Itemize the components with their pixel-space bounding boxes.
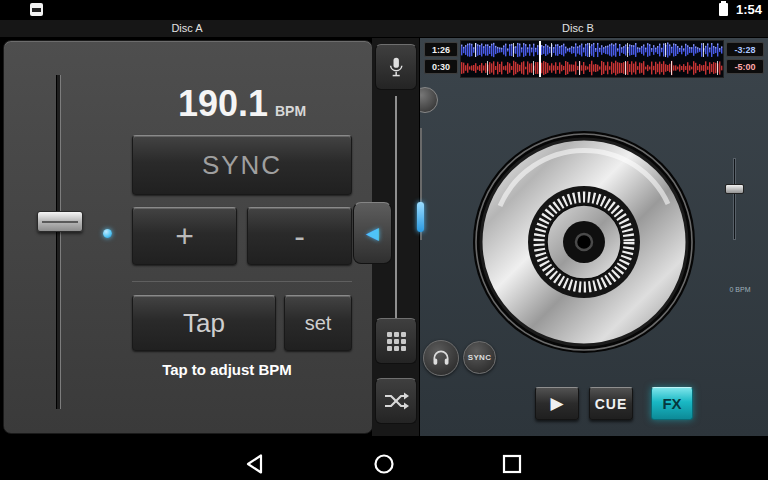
home-button[interactable] [372, 452, 396, 476]
waveform-canvas [461, 41, 723, 77]
status-clock: 1:54 [736, 2, 762, 17]
microphone-icon [386, 54, 406, 80]
status-bar: 1:54 [0, 0, 768, 20]
bpm-value: 190.1 [178, 83, 268, 125]
set-bpm-button[interactable]: set [284, 295, 352, 351]
cue-button[interactable]: CUE [589, 387, 633, 420]
shuffle-icon [383, 389, 409, 413]
panel-collapse-tab[interactable]: ◀ [353, 202, 392, 264]
grid-icon [387, 332, 406, 351]
deck-header: Disc A Disc B [0, 20, 768, 38]
headphone-icon [431, 348, 451, 368]
deck-b-elapsed-time-top: 1:26 [424, 42, 458, 57]
tap-bpm-button[interactable]: Tap [132, 295, 276, 351]
tap-hint-label: Tap to adjust BPM [102, 361, 352, 378]
deck-b-remaining-time-top: -3:28 [726, 42, 764, 57]
play-button[interactable]: ▶ [535, 387, 579, 420]
beat-indicator-led [103, 229, 112, 238]
android-nav-bar [0, 448, 768, 480]
disc-b-label: Disc B [508, 22, 648, 34]
deck-b-sync-button[interactable]: SYNC [463, 341, 496, 374]
deck-b-remaining-time-bottom: -5:00 [726, 59, 764, 74]
deck-b-elapsed-time-bottom: 0:30 [424, 59, 458, 74]
bpm-decrease-button[interactable]: - [247, 207, 352, 265]
headphone-monitor-button[interactable] [423, 340, 459, 376]
microphone-button[interactable] [375, 44, 417, 90]
shuffle-button[interactable] [375, 378, 417, 424]
pad-grid-button[interactable] [375, 318, 417, 364]
waveform-display[interactable] [460, 40, 724, 78]
notification-icon [30, 3, 43, 16]
strip-divider-line [395, 96, 397, 318]
dj-app-screen: 1:54 Disc A Disc B 1:26 0:30 -3:28 -5:00 [0, 0, 768, 480]
deck-b-pitch-handle[interactable] [725, 184, 744, 194]
jog-wheel[interactable] [472, 130, 696, 354]
deck-a-pitch-slider[interactable] [56, 75, 61, 409]
deck-b-pitch-slider[interactable] [733, 158, 736, 240]
deck-a-bpm-panel: 190.1 BPM SYNC + - Tap set Tap to adjust… [3, 40, 373, 434]
deck-b-volume-handle[interactable] [417, 202, 424, 232]
recents-icon [500, 452, 524, 476]
battery-icon [719, 3, 728, 16]
deck-a-pitch-handle[interactable] [37, 211, 83, 232]
jog-wheel-graphic [472, 130, 696, 354]
bpm-display: 190.1 BPM [132, 83, 352, 129]
fx-button[interactable]: FX [651, 387, 693, 420]
recents-button[interactable] [500, 452, 524, 476]
bpm-increase-button[interactable]: + [132, 207, 237, 265]
divider [132, 281, 352, 282]
deck-b-pitch-readout: 0 BPM [718, 286, 762, 293]
disc-a-label: Disc A [117, 22, 257, 34]
deck-a-sync-button[interactable]: SYNC [132, 135, 352, 195]
main-area: 1:26 0:30 -3:28 -5:00 [0, 38, 768, 448]
bpm-unit-label: BPM [275, 103, 306, 119]
back-button[interactable] [244, 452, 268, 476]
collapse-arrow-icon: ◀ [366, 223, 379, 244]
play-icon: ▶ [550, 393, 563, 414]
back-icon [244, 452, 268, 476]
deck-b-panel: 1:26 0:30 -3:28 -5:00 [420, 38, 768, 436]
home-icon [372, 452, 396, 476]
